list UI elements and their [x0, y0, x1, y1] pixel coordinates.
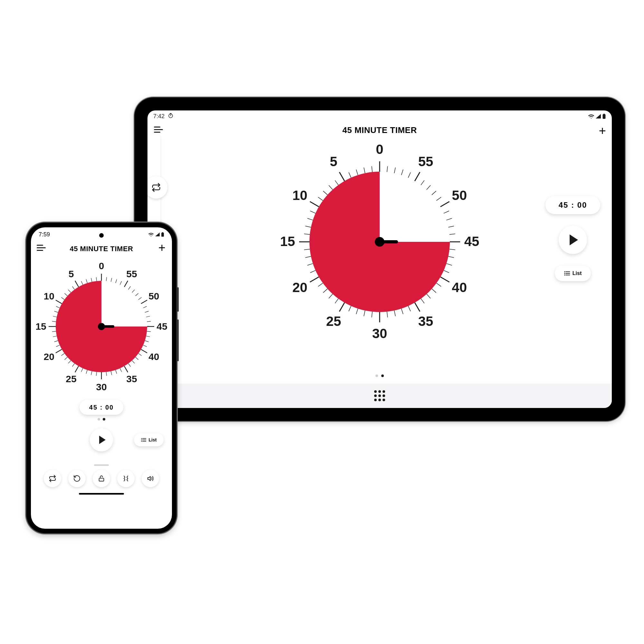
svg-line-57 [329, 185, 333, 190]
svg-line-143 [96, 277, 97, 281]
svg-line-99 [120, 281, 122, 285]
svg-line-34 [421, 298, 424, 303]
svg-line-104 [143, 306, 147, 308]
svg-line-52 [305, 226, 311, 227]
page-indicator [31, 418, 172, 421]
phone-toolbar [31, 469, 172, 491]
list-button[interactable]: List [134, 433, 164, 446]
sound-button[interactable] [142, 470, 159, 487]
svg-line-114 [132, 361, 135, 364]
vibrate-icon [122, 475, 130, 482]
timer-dial[interactable]: 0555045403530252015105 [277, 139, 483, 345]
play-button[interactable] [559, 226, 587, 254]
svg-line-103 [138, 297, 142, 299]
svg-line-123 [81, 368, 83, 372]
svg-line-58 [335, 180, 338, 185]
vibrate-button[interactable] [117, 470, 135, 487]
svg-line-141 [86, 279, 87, 283]
svg-line-89 [124, 366, 128, 372]
svg-line-22 [436, 197, 441, 201]
svg-line-127 [61, 353, 64, 355]
time-chip[interactable]: 45 : 00 [545, 196, 600, 214]
svg-line-142 [91, 278, 92, 282]
nav-bar[interactable] [79, 493, 124, 495]
play-button[interactable] [90, 428, 113, 451]
svg-line-109 [146, 336, 150, 337]
svg-line-102 [136, 293, 138, 296]
svg-rect-2 [603, 114, 605, 115]
signal-icon [596, 114, 601, 118]
svg-line-86 [141, 300, 147, 304]
status-time: 7:42 [153, 113, 165, 120]
svg-text:10: 10 [43, 291, 54, 301]
svg-text:0: 0 [99, 260, 104, 271]
svg-line-85 [124, 281, 128, 287]
svg-line-137 [65, 293, 68, 296]
svg-line-45 [323, 289, 327, 293]
svg-rect-83 [162, 232, 163, 233]
svg-line-115 [128, 364, 130, 367]
svg-line-39 [372, 312, 372, 317]
svg-text:40: 40 [148, 351, 159, 362]
timer-title: 45 MINUTE TIMER [70, 245, 133, 253]
svg-line-91 [75, 366, 79, 372]
svg-line-17 [401, 170, 403, 175]
svg-line-126 [65, 357, 68, 360]
svg-line-42 [349, 306, 351, 311]
svg-text:40: 40 [452, 280, 467, 295]
menu-button[interactable] [37, 245, 46, 251]
svg-line-119 [106, 372, 107, 376]
svg-text:20: 20 [43, 351, 54, 362]
svg-line-100 [128, 286, 130, 289]
add-button[interactable]: + [158, 241, 166, 254]
svg-line-133 [53, 316, 57, 317]
page-dot [375, 374, 378, 377]
svg-line-32 [432, 289, 436, 293]
svg-text:55: 55 [126, 269, 137, 279]
svg-line-129 [54, 341, 58, 342]
list-button[interactable]: List [555, 266, 591, 281]
lock-button[interactable] [93, 470, 110, 487]
svg-line-49 [305, 256, 311, 258]
add-button[interactable]: + [599, 125, 606, 137]
list-icon [564, 271, 570, 276]
page-dot-active [103, 418, 105, 421]
svg-line-138 [68, 290, 71, 293]
svg-line-4 [415, 172, 420, 181]
svg-line-56 [323, 191, 327, 195]
repeat-button[interactable] [147, 176, 167, 199]
drawer-handle[interactable] [94, 464, 109, 466]
svg-line-25 [448, 226, 454, 227]
svg-line-8 [415, 303, 420, 312]
restart-button[interactable] [68, 470, 86, 487]
menu-button[interactable] [154, 127, 163, 133]
svg-line-44 [329, 294, 333, 298]
svg-text:5: 5 [330, 154, 337, 169]
svg-line-139 [72, 286, 74, 289]
repeat-button[interactable] [44, 470, 61, 487]
dial-hub [98, 323, 105, 330]
svg-line-97 [111, 278, 112, 282]
svg-text:30: 30 [372, 326, 387, 341]
timer-title: 45 MINUTE TIMER [342, 125, 417, 135]
svg-line-117 [116, 370, 117, 374]
list-label: List [149, 437, 157, 442]
svg-line-88 [141, 349, 147, 353]
play-icon [570, 234, 578, 245]
svg-line-128 [56, 345, 60, 347]
svg-text:15: 15 [280, 234, 295, 249]
apps-button[interactable] [374, 390, 385, 401]
svg-line-59 [349, 172, 351, 177]
svg-line-19 [421, 180, 424, 185]
page-indicator [375, 374, 384, 377]
svg-line-94 [56, 300, 62, 304]
svg-line-50 [304, 249, 310, 250]
time-chip[interactable]: 45 : 00 [80, 400, 123, 415]
svg-line-35 [408, 306, 411, 311]
svg-text:5: 5 [69, 269, 74, 279]
svg-line-31 [436, 283, 441, 287]
svg-rect-162 [99, 478, 104, 481]
svg-line-10 [339, 303, 345, 312]
dial-hub [375, 237, 384, 247]
timer-dial[interactable]: 0555045403530252015105 [34, 259, 169, 394]
